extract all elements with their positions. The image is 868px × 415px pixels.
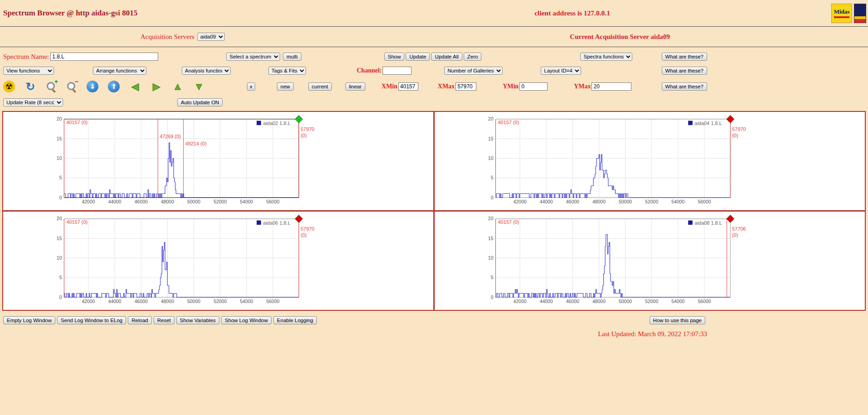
y-tick-label: 5 bbox=[59, 275, 62, 280]
layout-id-dropdown[interactable]: Layout ID=4 bbox=[541, 67, 581, 75]
empty-log-window-button[interactable]: Empty Log Window bbox=[3, 316, 55, 324]
channel-input[interactable] bbox=[383, 67, 412, 75]
what-are-these-button-3[interactable]: What are these? bbox=[662, 82, 707, 91]
channel-label: Channel: bbox=[357, 67, 382, 74]
spectrum-gallery: 4200044000460004800050000520005400056000… bbox=[2, 111, 866, 311]
x-tick-label: 42000 bbox=[513, 199, 526, 204]
show-variables-button[interactable]: Show Variables bbox=[176, 316, 219, 324]
ymax-input[interactable] bbox=[592, 82, 631, 91]
chart-panel-aida08[interactable]: 4200044000460004800050000520005400056000… bbox=[434, 211, 865, 310]
spectrum-plot: 4200044000460004800050000520005400056000… bbox=[435, 212, 865, 310]
zoom-out-icon[interactable]: − bbox=[66, 81, 77, 92]
status-diamond[interactable] bbox=[727, 215, 734, 222]
y-tick-label: 10 bbox=[57, 256, 62, 261]
y-tick-label: 15 bbox=[488, 236, 494, 241]
x-tick-label: 48000 bbox=[592, 199, 606, 204]
chart-panel-aida04[interactable]: 4200044000460004800050000520005400056000… bbox=[434, 111, 865, 211]
spectrum-plot: 4200044000460004800050000520005400056000… bbox=[3, 212, 433, 310]
cursor-marker-label: 49214 (0) bbox=[185, 141, 207, 146]
how-to-use-button[interactable]: How to use this page bbox=[650, 316, 705, 324]
linear-button[interactable]: linear bbox=[345, 82, 365, 91]
x-tick-label: 54000 bbox=[240, 299, 253, 304]
view-functions-dropdown[interactable]: View functions bbox=[3, 67, 54, 75]
x-tick-label: 42000 bbox=[82, 199, 95, 204]
update-all-button[interactable]: Update All bbox=[431, 53, 462, 61]
analysis-functions-dropdown[interactable]: Analysis functions bbox=[182, 67, 231, 75]
spectrum-name-label: Spectrum Name: bbox=[3, 53, 49, 61]
x-tick-label: 48000 bbox=[161, 199, 174, 204]
zero-button[interactable]: Zero bbox=[464, 53, 482, 61]
radiation-icon[interactable]: ☢ bbox=[3, 81, 15, 92]
status-diamond[interactable] bbox=[727, 115, 734, 123]
scroll-up-icon[interactable]: ⇑ bbox=[108, 81, 120, 92]
status-diamond[interactable] bbox=[295, 215, 303, 222]
cursor-marker-label: 47269 (0) bbox=[160, 134, 181, 139]
last-updated-text: Last Updated: March 09, 2022 17:07:33 bbox=[0, 330, 868, 338]
scroll-down-icon[interactable]: ⇓ bbox=[87, 81, 98, 92]
x-tick-label: 46000 bbox=[566, 299, 579, 304]
what-are-these-button-1[interactable]: What are these? bbox=[662, 53, 707, 61]
x-axis-button[interactable]: x bbox=[247, 82, 255, 91]
number-of-galleries-dropdown[interactable]: Number of Galleries bbox=[444, 67, 503, 75]
xmin-annotation: 40157 (0) bbox=[66, 219, 87, 225]
pan-down-icon[interactable]: ▼ bbox=[193, 81, 205, 92]
xmin-annotation: 40157 (0) bbox=[498, 120, 519, 125]
send-log-window-to-elog-button[interactable]: Send Log Window to ELog bbox=[57, 316, 126, 324]
xmax-annotation: 57970 bbox=[732, 126, 746, 132]
xmax-annotation: (0) bbox=[732, 133, 738, 138]
ymin-input[interactable] bbox=[519, 82, 548, 91]
acquisition-server-select[interactable]: aida09 bbox=[197, 33, 225, 41]
chart-panel-aida06[interactable]: 4200044000460004800050000520005400056000… bbox=[3, 211, 434, 310]
x-tick-label: 54000 bbox=[671, 299, 684, 304]
reset-button[interactable]: Reset bbox=[154, 316, 175, 324]
chart-panel-aida02[interactable]: 4200044000460004800050000520005400056000… bbox=[3, 111, 434, 211]
current-button[interactable]: current bbox=[308, 82, 332, 91]
spectrum-name-input[interactable] bbox=[50, 53, 158, 61]
select-spectrum-dropdown[interactable]: Select a spectrum bbox=[226, 53, 280, 61]
x-tick-label: 44000 bbox=[108, 299, 121, 304]
xmax-input[interactable] bbox=[456, 82, 476, 91]
legend-swatch bbox=[257, 221, 261, 225]
y-tick-label: 20 bbox=[57, 116, 62, 121]
new-button[interactable]: new bbox=[277, 82, 294, 91]
zoom-in-icon[interactable]: + bbox=[46, 81, 57, 92]
pan-up-icon[interactable]: ▲ bbox=[172, 81, 184, 92]
enable-logging-button[interactable]: Enable Logging bbox=[273, 316, 317, 324]
spectrum-plot: 4200044000460004800050000520005400056000… bbox=[435, 112, 865, 210]
y-tick-label: 15 bbox=[57, 236, 62, 241]
xmin-annotation: 40157 (0) bbox=[66, 120, 87, 125]
facility-logo-stripe bbox=[854, 19, 866, 23]
update-button[interactable]: Update bbox=[406, 53, 430, 61]
spectrum-row: Spectrum Name: Select a spectrum multi S… bbox=[0, 51, 868, 62]
acquisition-servers-label: Acquisition Servers bbox=[141, 33, 194, 41]
pan-right-icon[interactable]: ▶ bbox=[150, 81, 162, 92]
x-tick-label: 56000 bbox=[698, 299, 711, 304]
pan-left-icon[interactable]: ◀ bbox=[129, 81, 141, 92]
xmin-input[interactable] bbox=[398, 82, 418, 91]
x-tick-label: 54000 bbox=[240, 199, 253, 204]
x-tick-label: 48000 bbox=[592, 299, 606, 304]
legend-swatch bbox=[257, 121, 261, 125]
refresh-icon[interactable]: ↻ bbox=[24, 81, 36, 92]
tags-fits-dropdown[interactable]: Tags & Fits bbox=[268, 67, 306, 75]
midas-logo-bar bbox=[834, 16, 849, 18]
what-are-these-button-2[interactable]: What are these? bbox=[662, 67, 707, 75]
x-tick-label: 50000 bbox=[187, 199, 200, 204]
x-tick-label: 44000 bbox=[540, 299, 553, 304]
xmax-label: XMax bbox=[438, 83, 455, 90]
update-rate-dropdown[interactable]: Update Rate (8 secs) bbox=[3, 98, 63, 106]
x-tick-label: 50000 bbox=[187, 299, 200, 304]
status-diamond[interactable] bbox=[295, 115, 303, 123]
reload-button[interactable]: Reload bbox=[128, 316, 151, 324]
auto-update-button[interactable]: Auto Update ON bbox=[177, 98, 223, 106]
multi-button[interactable]: multi bbox=[283, 53, 301, 61]
show-button[interactable]: Show bbox=[384, 53, 405, 61]
show-log-window-button[interactable]: Show Log Window bbox=[221, 316, 272, 324]
y-tick-label: 10 bbox=[488, 156, 494, 161]
x-tick-label: 50000 bbox=[619, 199, 632, 204]
spectra-functions-dropdown[interactable]: Spectra functions bbox=[580, 53, 632, 61]
xmax-annotation: (0) bbox=[301, 133, 306, 138]
arrange-functions-dropdown[interactable]: Arrange functions bbox=[93, 67, 146, 75]
y-tick-label: 5 bbox=[491, 275, 494, 280]
y-tick-label: 0 bbox=[491, 295, 494, 300]
